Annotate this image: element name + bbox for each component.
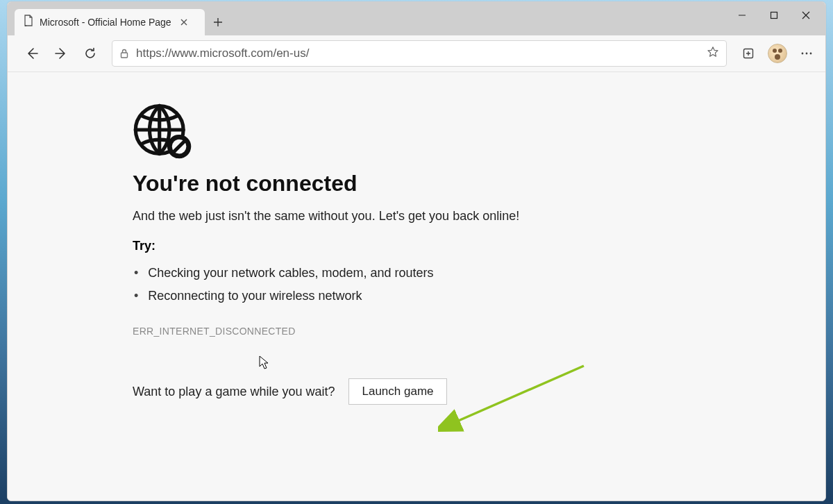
launch-game-button[interactable]: Launch game <box>348 378 446 405</box>
svg-rect-0 <box>771 12 777 19</box>
browser-window: Microsoft - Official Home Page <box>7 1 826 501</box>
tip-item: Reconnecting to your wireless network <box>134 285 521 308</box>
avatar-icon <box>768 44 787 63</box>
tip-item: Checking your network cables, modem, and… <box>134 262 521 285</box>
error-title: You're not connected <box>133 171 521 196</box>
browser-tab-active[interactable]: Microsoft - Official Home Page <box>15 9 205 35</box>
minimize-button[interactable] <box>727 5 757 26</box>
svg-point-4 <box>806 53 808 55</box>
more-menu-button[interactable] <box>795 42 818 65</box>
address-bar[interactable]: https://www.microsoft.com/en-us/ <box>112 40 727 67</box>
tab-strip: Microsoft - Official Home Page <box>8 2 825 35</box>
back-button[interactable] <box>20 42 44 65</box>
play-prompt: Want to play a game while you wait? <box>133 385 335 399</box>
maximize-button[interactable] <box>759 5 789 26</box>
svg-point-3 <box>802 53 804 55</box>
close-tab-icon[interactable] <box>178 17 190 28</box>
window-controls <box>727 5 821 26</box>
play-row: Want to play a game while you wait? Laun… <box>133 378 521 405</box>
lock-icon <box>119 48 129 59</box>
page-favicon-icon <box>23 15 34 30</box>
globe-offline-icon <box>133 100 192 160</box>
tips-list: Checking your network cables, modem, and… <box>134 262 521 308</box>
try-label: Try: <box>133 239 521 253</box>
url-display: https://www.microsoft.com/en-us/ <box>136 47 309 60</box>
tab-title: Microsoft - Official Home Page <box>40 17 171 28</box>
refresh-button[interactable] <box>78 42 102 65</box>
profile-avatar[interactable] <box>766 42 789 65</box>
collections-button[interactable] <box>737 42 760 65</box>
error-panel: You're not connected And the web just is… <box>119 100 535 432</box>
svg-rect-1 <box>121 53 128 58</box>
new-tab-button[interactable] <box>205 9 231 35</box>
forward-button[interactable] <box>49 42 73 65</box>
error-code: ERR_INTERNET_DISCONNECTED <box>133 326 521 337</box>
close-window-button[interactable] <box>791 5 821 26</box>
page-content: You're not connected And the web just is… <box>8 72 825 501</box>
favorites-star-icon[interactable] <box>707 46 719 61</box>
browser-toolbar: https://www.microsoft.com/en-us/ <box>8 35 825 72</box>
svg-point-5 <box>810 53 812 55</box>
error-subtitle: And the web just isn't the same without … <box>133 209 521 224</box>
